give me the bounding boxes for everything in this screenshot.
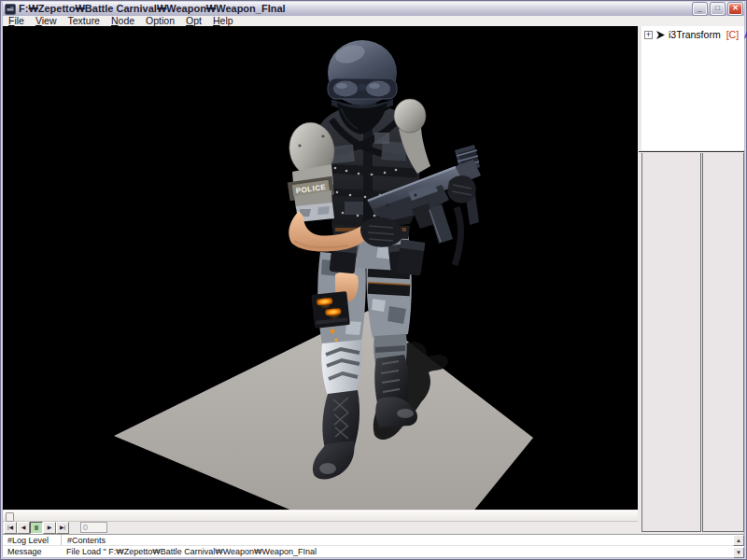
property-panel-right — [702, 153, 744, 532]
maximize-button[interactable]: □ — [711, 3, 725, 15]
tree-node-label: i3Transform — [669, 29, 721, 40]
window-title: F:₩Zepetto₩Battle Carnival₩Weapon₩Weapon… — [19, 3, 689, 15]
transport-controls: |◀◀II▶▶| — [3, 522, 638, 534]
log-contents-cell: File Load " F:₩Zepetto₩Battle Carnival₩W… — [61, 546, 744, 557]
3d-viewport-render: POLICE — [3, 26, 638, 510]
tree-expand-icon[interactable]: + — [644, 31, 653, 39]
menubar: FileViewTextureNodeOptionOptHelp — [3, 16, 744, 26]
transport-rewind-button[interactable]: ◀ — [17, 522, 30, 534]
log-row[interactable]: MessageFile Load " F:₩Zepetto₩Battle Car… — [3, 546, 744, 557]
close-button[interactable]: ✕ — [728, 3, 742, 15]
tree-node-tag: [C] — [726, 29, 739, 40]
panel-divider-line — [639, 151, 744, 152]
timeline-slider[interactable] — [3, 511, 638, 522]
timeline-slider-thumb[interactable] — [6, 512, 14, 522]
log-column-header: #Contents — [61, 535, 744, 545]
menu-item-node[interactable]: Node — [106, 16, 140, 26]
menu-item-view[interactable]: View — [30, 16, 63, 26]
tree-node-i3transform[interactable]: + i3Transform [C] AxisRotate — [641, 26, 744, 40]
scroll-down-button[interactable]: ▼ — [733, 547, 744, 558]
minimize-button[interactable]: _ — [693, 3, 707, 15]
scroll-up-button[interactable]: ▲ — [733, 535, 744, 546]
transport-pause-button[interactable]: II — [30, 522, 43, 534]
3d-viewport[interactable]: POLICE — [3, 26, 638, 510]
transport-last-button[interactable]: ▶| — [56, 522, 69, 534]
menu-item-opt[interactable]: Opt — [180, 16, 207, 26]
app-icon — [5, 4, 16, 15]
menu-item-option[interactable]: Option — [140, 16, 180, 26]
property-panel-left — [641, 153, 701, 532]
menu-item-texture[interactable]: Texture — [63, 16, 106, 26]
menu-item-help[interactable]: Help — [207, 16, 239, 26]
frame-number-field[interactable] — [80, 522, 107, 533]
log-level-cell: Message — [3, 546, 61, 557]
titlebar[interactable]: F:₩Zepetto₩Battle Carnival₩Weapon₩Weapon… — [3, 2, 744, 16]
menu-item-file[interactable]: File — [3, 16, 30, 26]
transport-forward-button[interactable]: ▶ — [43, 522, 56, 534]
transport-first-button[interactable]: |◀ — [4, 522, 17, 534]
log-header-row: #Log Level#Contents — [3, 535, 744, 546]
log-column-header: #Log Level — [3, 535, 61, 545]
log-scrollbar: ▲ ▼ — [733, 535, 744, 558]
transform-node-icon — [655, 30, 666, 40]
log-panel: #Log Level#Contents MessageFile Load " F… — [3, 534, 744, 557]
scene-tree-panel: + i3Transform [C] AxisRotate — [641, 26, 744, 150]
